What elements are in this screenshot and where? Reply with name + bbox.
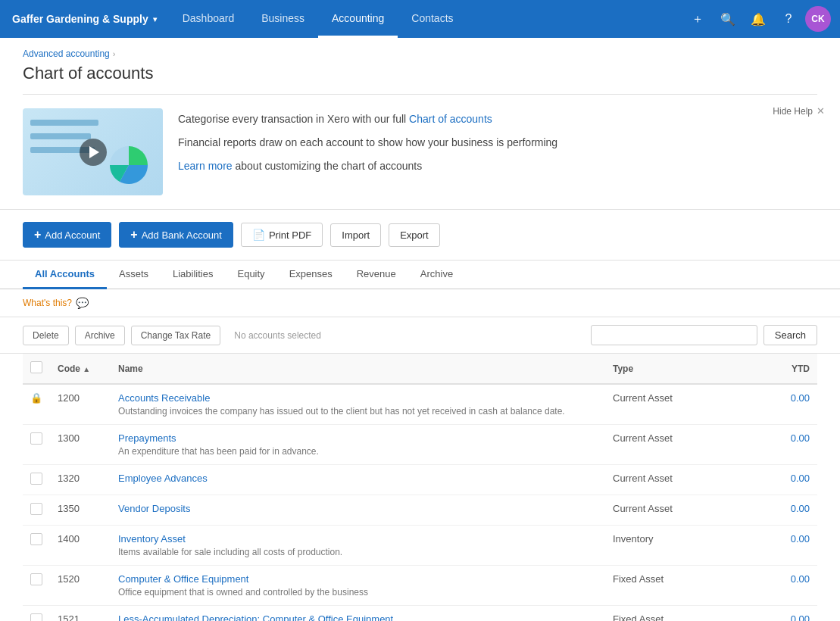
account-name-link[interactable]: Accounts Receivable bbox=[118, 392, 210, 404]
row-checkbox[interactable] bbox=[30, 473, 42, 485]
account-name-link[interactable]: Less-Accumulated Depreciation: Computer … bbox=[118, 613, 393, 621]
table-row: 1521Less-Accumulated Depreciation: Compu… bbox=[23, 606, 817, 622]
help-banner: Categorise every transaction in Xero wit… bbox=[0, 95, 840, 210]
print-pdf-button[interactable]: 📄 Print PDF bbox=[241, 223, 323, 247]
search-button[interactable]: Search bbox=[763, 325, 817, 345]
select-all-checkbox[interactable] bbox=[30, 361, 42, 373]
account-description: Outstanding invoices the company has iss… bbox=[118, 406, 598, 417]
notifications-button[interactable]: 🔔 bbox=[745, 5, 772, 33]
account-name-cell: Employee Advances bbox=[111, 465, 605, 495]
header-code[interactable]: Code ▲ bbox=[50, 354, 111, 384]
table-row: 1520Computer & Office EquipmentOffice eq… bbox=[23, 566, 817, 606]
account-name-cell: Less-Accumulated Depreciation: Computer … bbox=[111, 606, 605, 622]
export-button[interactable]: Export bbox=[389, 223, 440, 247]
add-account-button[interactable]: + Add Account bbox=[23, 222, 111, 248]
account-name-link[interactable]: Computer & Office Equipment bbox=[118, 573, 248, 585]
tab-revenue[interactable]: Revenue bbox=[345, 261, 408, 289]
action-bar: + Add Account + Add Bank Account 📄 Print… bbox=[0, 210, 840, 261]
account-name-link[interactable]: Prepayments bbox=[118, 432, 176, 444]
tab-archive[interactable]: Archive bbox=[408, 261, 465, 289]
play-button[interactable] bbox=[80, 139, 107, 166]
hide-help-button[interactable]: Hide Help ✕ bbox=[773, 105, 825, 117]
header-type[interactable]: Type bbox=[605, 354, 742, 384]
row-checkbox[interactable] bbox=[30, 503, 42, 515]
delete-button[interactable]: Delete bbox=[23, 326, 69, 345]
chart-of-accounts-link[interactable]: Chart of accounts bbox=[409, 113, 492, 125]
row-checkbox[interactable] bbox=[30, 613, 42, 621]
account-name-link[interactable]: Employee Advances bbox=[118, 473, 208, 484]
breadcrumb-parent[interactable]: Advanced accounting bbox=[23, 48, 110, 59]
no-accounts-selected-label: No accounts selected bbox=[226, 330, 585, 341]
sort-arrow-icon: ▲ bbox=[83, 365, 90, 373]
tab-all-accounts[interactable]: All Accounts bbox=[23, 261, 107, 289]
account-name-cell: Vendor Deposits bbox=[111, 495, 605, 526]
nav-accounting[interactable]: Accounting bbox=[318, 0, 398, 38]
tab-expenses[interactable]: Expenses bbox=[277, 261, 345, 289]
question-bubble-icon: 💬 bbox=[76, 297, 89, 309]
account-type: Current Asset bbox=[605, 425, 742, 465]
account-code: 1300 bbox=[50, 425, 111, 465]
tab-equity[interactable]: Equity bbox=[225, 261, 276, 289]
account-name-link[interactable]: Inventory Asset bbox=[118, 533, 186, 545]
help-line3: Learn more about customizing the chart o… bbox=[178, 158, 817, 174]
account-name-cell: Accounts ReceivableOutstanding invoices … bbox=[111, 384, 605, 425]
whats-this-area: What's this? 💬 bbox=[0, 289, 840, 317]
account-type: Fixed Asset bbox=[605, 606, 742, 622]
account-type: Inventory bbox=[605, 526, 742, 566]
thumbnail-pie-chart bbox=[106, 142, 151, 188]
tab-liabilities[interactable]: Liabilities bbox=[161, 261, 225, 289]
navbar-icons: ＋ 🔍 🔔 ? CK bbox=[684, 5, 831, 33]
breadcrumb-area: Advanced accounting › Chart of accounts bbox=[0, 38, 840, 95]
row-checkbox[interactable] bbox=[30, 432, 42, 445]
header-ytd[interactable]: YTD bbox=[742, 354, 817, 384]
help-thumbnail[interactable] bbox=[23, 108, 163, 195]
navbar: Gaffer Gardening & Supply ▾ Dashboard Bu… bbox=[0, 0, 840, 38]
avatar[interactable]: CK bbox=[805, 6, 831, 32]
checkbox-cell[interactable] bbox=[23, 526, 50, 566]
pdf-icon: 📄 bbox=[252, 229, 265, 241]
brand-menu[interactable]: Gaffer Gardening & Supply ▾ bbox=[9, 13, 169, 25]
plus-icon: + bbox=[130, 228, 137, 242]
account-code: 1521 bbox=[50, 606, 111, 622]
table-row: 🔒1200Accounts ReceivableOutstanding invo… bbox=[23, 384, 817, 425]
account-ytd: 0.00 bbox=[742, 526, 817, 566]
table-controls: Delete Archive Change Tax Rate No accoun… bbox=[0, 317, 840, 354]
search-input[interactable] bbox=[591, 325, 757, 345]
import-button[interactable]: Import bbox=[330, 223, 381, 247]
checkbox-cell[interactable] bbox=[23, 465, 50, 495]
account-ytd: 0.00 bbox=[742, 606, 817, 622]
account-code: 1520 bbox=[50, 566, 111, 606]
nav-contacts[interactable]: Contacts bbox=[398, 0, 467, 38]
breadcrumb-separator: › bbox=[113, 49, 116, 58]
nav-business[interactable]: Business bbox=[248, 0, 318, 38]
help-button[interactable]: ? bbox=[775, 5, 802, 33]
account-code: 1350 bbox=[50, 495, 111, 526]
account-type: Current Asset bbox=[605, 384, 742, 425]
account-description: An expenditure that has been paid for in… bbox=[118, 446, 598, 457]
account-name-link[interactable]: Vendor Deposits bbox=[118, 503, 190, 514]
nav-dashboard[interactable]: Dashboard bbox=[169, 0, 248, 38]
checkbox-cell[interactable] bbox=[23, 566, 50, 606]
whats-this-link[interactable]: What's this? 💬 bbox=[23, 297, 89, 309]
help-content: Categorise every transaction in Xero wit… bbox=[178, 108, 817, 182]
account-name-cell: PrepaymentsAn expenditure that has been … bbox=[111, 425, 605, 465]
checkbox-cell[interactable] bbox=[23, 425, 50, 465]
learn-more-link[interactable]: Learn more bbox=[178, 160, 233, 172]
tab-assets[interactable]: Assets bbox=[107, 261, 161, 289]
brand-label: Gaffer Gardening & Supply bbox=[12, 13, 148, 25]
checkbox-cell[interactable] bbox=[23, 495, 50, 526]
header-name[interactable]: Name bbox=[111, 354, 605, 384]
search-button[interactable]: 🔍 bbox=[714, 5, 742, 33]
table-row: 1400Inventory AssetItems available for s… bbox=[23, 526, 817, 566]
account-code: 1320 bbox=[50, 465, 111, 495]
row-checkbox[interactable] bbox=[30, 533, 42, 545]
add-bank-account-button[interactable]: + Add Bank Account bbox=[119, 222, 233, 248]
change-tax-rate-button[interactable]: Change Tax Rate bbox=[131, 326, 221, 345]
account-description: Items available for sale including all c… bbox=[118, 547, 598, 557]
account-description: Office equipment that is owned and contr… bbox=[118, 587, 598, 598]
account-ytd: 0.00 bbox=[742, 425, 817, 465]
row-checkbox[interactable] bbox=[30, 573, 42, 585]
checkbox-cell[interactable] bbox=[23, 606, 50, 622]
add-button[interactable]: ＋ bbox=[684, 5, 711, 33]
archive-button[interactable]: Archive bbox=[75, 326, 125, 345]
